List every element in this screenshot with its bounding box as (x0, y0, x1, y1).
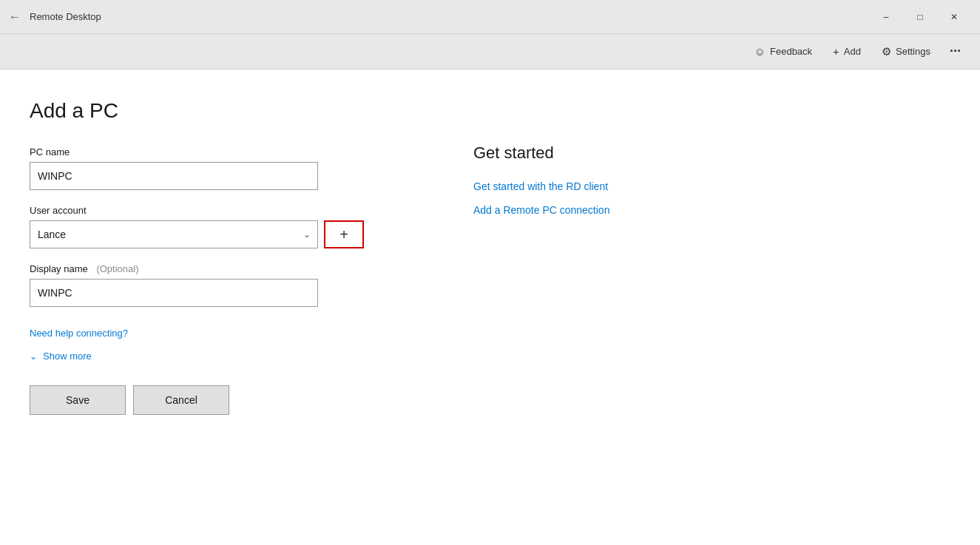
user-account-select[interactable]: Lance (30, 220, 318, 248)
show-more-link[interactable]: ⌄ Show more (30, 351, 414, 362)
add-user-icon: + (339, 226, 348, 243)
display-name-group: Display name (Optional) (30, 263, 414, 307)
display-name-optional: (Optional) (96, 263, 138, 274)
feedback-icon: ☺ (754, 45, 766, 58)
pc-name-label: PC name (30, 146, 414, 158)
add-label: Add (844, 46, 861, 57)
user-account-select-wrapper: Lance ⌄ (30, 220, 318, 248)
window-controls: – □ ✕ (869, 0, 971, 34)
add-user-button[interactable]: + (324, 220, 364, 248)
get-started-title: Get started (473, 143, 943, 163)
add-icon: + (833, 45, 839, 58)
cancel-button[interactable]: Cancel (133, 385, 229, 415)
settings-label: Settings (896, 46, 930, 57)
feedback-button[interactable]: ☺ Feedback (746, 41, 821, 62)
button-row: Save Cancel (30, 385, 414, 415)
sidebar-panel: Get started Get started with the RD clie… (414, 99, 943, 515)
settings-icon: ⚙ (882, 45, 891, 58)
title-bar: ← Remote Desktop – □ ✕ (0, 0, 980, 34)
pc-name-input[interactable] (30, 162, 318, 190)
minimize-button[interactable]: – (869, 0, 903, 34)
back-button[interactable]: ← (9, 10, 21, 24)
pc-name-group: PC name (30, 146, 414, 190)
user-account-group: User account Lance ⌄ + (30, 205, 414, 248)
settings-button[interactable]: ⚙ Settings (873, 41, 939, 63)
user-account-label: User account (30, 205, 414, 216)
title-bar-left: ← Remote Desktop (9, 10, 101, 24)
save-button[interactable]: Save (30, 385, 126, 415)
show-more-label: Show more (43, 351, 92, 362)
help-link[interactable]: Need help connecting? (30, 328, 128, 339)
more-button[interactable]: ··· (942, 39, 968, 64)
rd-client-link[interactable]: Get started with the RD client (473, 180, 943, 192)
close-button[interactable]: ✕ (937, 0, 971, 34)
feedback-label: Feedback (770, 46, 812, 57)
display-name-input[interactable] (30, 279, 318, 307)
form-panel: Add a PC PC name User account Lance ⌄ + (30, 99, 414, 515)
add-button[interactable]: + Add (824, 41, 870, 62)
display-name-label: Display name (Optional) (30, 263, 414, 274)
user-account-row: Lance ⌄ + (30, 220, 414, 248)
remote-pc-link[interactable]: Add a Remote PC connection (473, 204, 943, 216)
main-content: Add a PC PC name User account Lance ⌄ + (0, 70, 980, 545)
chevron-down-icon: ⌄ (30, 351, 37, 362)
maximize-button[interactable]: □ (903, 0, 937, 34)
app-title: Remote Desktop (30, 11, 101, 22)
action-bar: ☺ Feedback + Add ⚙ Settings ··· (0, 34, 980, 70)
page-title: Add a PC (30, 99, 414, 123)
